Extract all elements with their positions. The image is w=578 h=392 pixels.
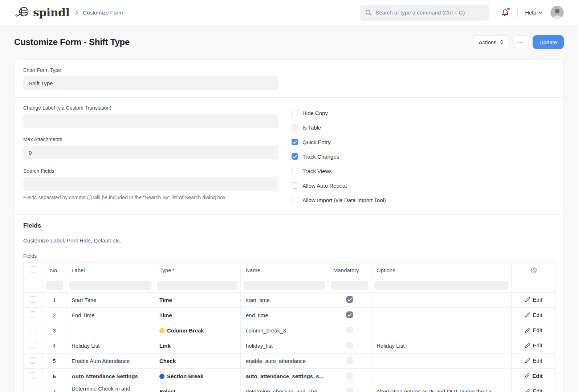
checkbox-label: Track Changes xyxy=(302,154,339,160)
field-name[interactable]: holiday_list xyxy=(241,338,328,354)
update-button[interactable]: Update xyxy=(533,35,564,49)
filter-label-input[interactable] xyxy=(69,281,151,290)
field-row: 5Enable Auto AttendanceCheckenable_auto_… xyxy=(24,354,556,369)
checkbox-allow-import-via-data-import-tool[interactable]: Allow Import (via Data Import Tool) xyxy=(292,193,386,207)
field-type[interactable]: Select xyxy=(154,384,241,392)
edit-field-button[interactable]: Edit xyxy=(524,373,542,379)
edit-field-button[interactable]: Edit xyxy=(525,312,542,318)
change-label-input[interactable] xyxy=(23,114,278,128)
filter-name-input[interactable] xyxy=(244,281,325,290)
checkbox-box[interactable] xyxy=(292,182,298,189)
row-select-checkbox[interactable] xyxy=(30,327,36,333)
breadcrumb[interactable]: Customize Form xyxy=(83,9,123,16)
checkbox-track-changes[interactable]: Track Changes xyxy=(292,149,386,164)
field-type[interactable]: Column Break xyxy=(154,323,241,338)
col-header-options: Options xyxy=(371,263,512,278)
brand-logo[interactable]: spindl xyxy=(14,5,69,20)
search-icon xyxy=(365,9,372,16)
field-options[interactable] xyxy=(371,354,512,369)
pencil-icon xyxy=(525,312,530,318)
field-name[interactable]: enable_auto_attendance xyxy=(241,354,328,369)
mandatory-checkbox xyxy=(346,342,353,348)
checkbox-is-table[interactable]: Is Table xyxy=(292,120,386,135)
filter-no-input[interactable] xyxy=(46,281,63,290)
user-avatar[interactable] xyxy=(550,6,564,19)
help-menu[interactable]: Help xyxy=(525,9,542,16)
checkbox-box[interactable] xyxy=(292,197,298,203)
max-attachments-input[interactable] xyxy=(23,146,278,159)
field-label[interactable]: Holiday List xyxy=(66,338,154,354)
search-fields-input[interactable] xyxy=(23,177,278,191)
chevron-down-icon xyxy=(538,11,542,14)
row-select-checkbox[interactable] xyxy=(30,296,36,303)
grid-header-row: No. Label Type* Name Mandatory Options xyxy=(24,263,556,278)
field-name[interactable]: auto_attendance_settings_s... xyxy=(241,369,328,384)
field-type[interactable]: Time xyxy=(154,308,241,323)
field-row: 2End TimeTimeend_timeEdit xyxy=(24,308,556,323)
up-down-chevrons-icon xyxy=(500,39,504,45)
notification-dot xyxy=(507,8,510,10)
checkbox-allow-auto-repeat[interactable]: Allow Auto Repeat xyxy=(292,178,386,193)
field-type[interactable]: Section Break xyxy=(154,369,241,384)
filter-type-input[interactable] xyxy=(157,281,237,290)
field-no: 3 xyxy=(42,323,66,338)
field-type[interactable]: Time xyxy=(154,293,241,308)
checkbox-quick-entry[interactable]: Quick Entry xyxy=(292,135,386,149)
field-row: 6Auto Attendance SettingsSection Breakau… xyxy=(24,369,556,384)
checkbox-track-views[interactable]: Track Views xyxy=(292,164,386,178)
row-select-checkbox[interactable] xyxy=(30,388,36,392)
row-select-checkbox[interactable] xyxy=(30,342,36,348)
field-no: 2 xyxy=(42,308,66,323)
field-label[interactable]: Start Time xyxy=(66,293,154,308)
field-type[interactable]: Link xyxy=(154,338,241,354)
mandatory-checkbox xyxy=(346,296,353,303)
row-select-checkbox[interactable] xyxy=(30,372,36,379)
checkbox-hide-copy[interactable]: Hide Copy xyxy=(292,106,386,120)
grid-settings-gear-icon[interactable] xyxy=(517,267,550,274)
field-type[interactable]: Check xyxy=(154,354,241,369)
notifications-button[interactable] xyxy=(501,8,509,17)
filter-mandatory-input[interactable] xyxy=(331,281,368,290)
actions-dropdown-button[interactable]: Actions xyxy=(473,35,509,49)
field-options[interactable] xyxy=(371,293,512,308)
field-label[interactable]: End Time xyxy=(66,308,154,323)
checkbox-label: Quick Entry xyxy=(302,139,331,145)
edit-field-button[interactable]: Edit xyxy=(525,358,542,364)
edit-field-button[interactable]: Edit xyxy=(525,388,542,392)
checkbox-box[interactable] xyxy=(292,139,298,145)
field-name[interactable]: start_time xyxy=(241,293,328,308)
field-row: 1Start TimeTimestart_timeEdit xyxy=(24,293,556,308)
field-label[interactable] xyxy=(66,323,154,338)
col-header-mandatory: Mandatory xyxy=(328,263,371,278)
field-label[interactable]: Auto Attendance Settings xyxy=(66,369,154,384)
field-options[interactable]: Alternating entries as IN and OUT during… xyxy=(371,384,512,392)
mandatory-checkbox xyxy=(346,357,353,364)
global-search-input[interactable]: Search or type a command (Ctrl + G) xyxy=(360,5,489,21)
field-options[interactable] xyxy=(371,308,512,323)
checkbox-box[interactable] xyxy=(292,153,298,160)
checkbox-box[interactable] xyxy=(292,124,298,131)
more-options-button[interactable]: ⋯ xyxy=(514,35,528,49)
field-options[interactable]: Holiday List xyxy=(371,338,512,354)
edit-field-button[interactable]: Edit xyxy=(525,327,542,333)
edit-field-button[interactable]: Edit xyxy=(525,342,542,348)
mandatory-checkbox xyxy=(346,327,353,333)
form-type-input[interactable] xyxy=(23,76,278,90)
checkbox-box[interactable] xyxy=(292,110,298,116)
field-label[interactable]: Enable Auto Attendance xyxy=(66,354,154,369)
fields-section-title: Fields xyxy=(23,222,555,229)
pencil-icon xyxy=(525,388,530,392)
edit-field-button[interactable]: Edit xyxy=(525,297,542,303)
checkbox-box[interactable] xyxy=(292,168,298,174)
row-select-checkbox[interactable] xyxy=(30,357,36,364)
field-name[interactable]: end_time xyxy=(241,308,328,323)
field-options[interactable] xyxy=(371,369,512,384)
field-name[interactable]: column_break_3 xyxy=(241,323,328,338)
field-options[interactable] xyxy=(371,323,512,338)
settings-checkbox-group: Hide CopyIs TableQuick EntryTrack Change… xyxy=(292,105,386,207)
filter-options-input[interactable] xyxy=(374,281,508,290)
select-all-checkbox[interactable] xyxy=(30,266,36,273)
row-select-checkbox[interactable] xyxy=(30,311,36,318)
field-label[interactable]: Determine Check-in and Chec... xyxy=(66,384,154,392)
field-name[interactable]: determine_check-in_and_che... xyxy=(241,384,328,392)
